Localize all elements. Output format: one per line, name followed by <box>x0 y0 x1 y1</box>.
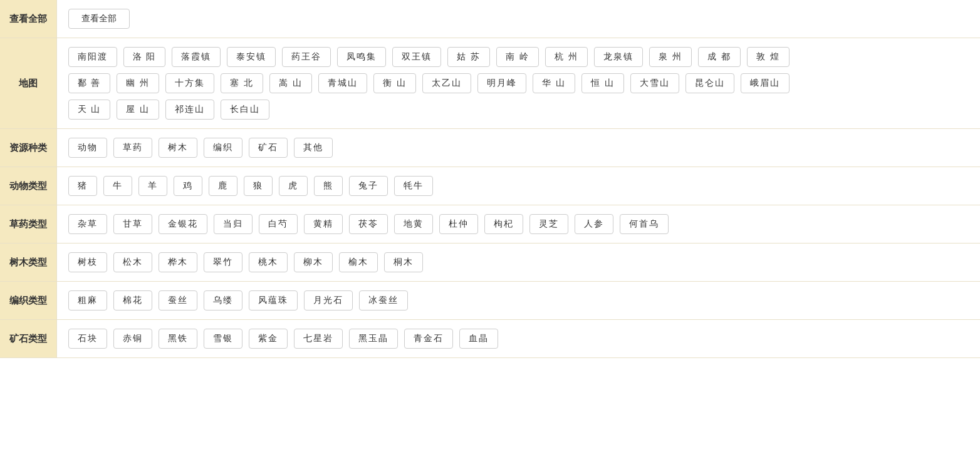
tag-tree-type-6[interactable]: 榆木 <box>339 252 378 272</box>
content-ore-type: 石块赤铜黑铁雪银紫金七星岩黑玉晶青金石血晶 <box>56 320 980 358</box>
tag-map-0-10[interactable]: 龙泉镇 <box>594 47 643 67</box>
tag-herb-type-4[interactable]: 白芍 <box>259 214 298 234</box>
tag-ore-type-6[interactable]: 黑玉晶 <box>349 329 398 349</box>
tag-map-1-10[interactable]: 恒 山 <box>581 73 624 93</box>
tag-map-1-3[interactable]: 塞 北 <box>221 73 263 93</box>
tag-map-0-6[interactable]: 双王镇 <box>392 47 441 67</box>
tag-animal-type-9[interactable]: 牦牛 <box>394 176 433 196</box>
tag-tree-type-0[interactable]: 树枝 <box>68 252 107 272</box>
tag-ore-type-0[interactable]: 石块 <box>68 329 107 349</box>
tag-map-1-4[interactable]: 嵩 山 <box>269 73 312 93</box>
tag-ore-type-1[interactable]: 赤铜 <box>113 329 152 349</box>
tag-map-0-11[interactable]: 泉 州 <box>649 47 692 67</box>
tag-herb-type-2[interactable]: 金银花 <box>159 214 207 234</box>
tag-ore-type-3[interactable]: 雪银 <box>204 329 242 349</box>
tag-resource-type-5[interactable]: 其他 <box>294 138 333 158</box>
tag-animal-type-1[interactable]: 牛 <box>103 176 132 196</box>
tag-herb-type-11[interactable]: 人参 <box>575 214 613 234</box>
tag-map-0-1[interactable]: 洛 阳 <box>123 47 166 67</box>
tag-weaving-type-3[interactable]: 乌缕 <box>204 290 242 310</box>
tag-tree-type-4[interactable]: 桃木 <box>249 252 288 272</box>
tag-weaving-type-4[interactable]: 风蕴珠 <box>249 290 298 310</box>
tag-herb-type-6[interactable]: 茯苓 <box>349 214 388 234</box>
tag-group-weaving-type: 粗麻棉花蚕丝乌缕风蕴珠月光石冰蚕丝 <box>68 290 969 310</box>
tag-tree-type-2[interactable]: 桦木 <box>159 252 197 272</box>
tag-tree-type-3[interactable]: 翠竹 <box>204 252 242 272</box>
tag-herb-type-10[interactable]: 灵芝 <box>529 214 568 234</box>
tag-weaving-type-5[interactable]: 月光石 <box>304 290 353 310</box>
tag-map-1-6[interactable]: 衡 山 <box>373 73 416 93</box>
row-map: 地图南阳渡洛 阳落霞镇泰安镇药王谷凤鸣集双王镇姑 苏南 岭杭 州龙泉镇泉 州成 … <box>0 38 980 129</box>
tag-map-0-4[interactable]: 药王谷 <box>282 47 331 67</box>
tag-map-2-2[interactable]: 祁连山 <box>165 100 214 120</box>
tag-view-all-0[interactable]: 查看全部 <box>68 9 130 29</box>
tag-herb-type-8[interactable]: 杜仲 <box>439 214 478 234</box>
tag-resource-type-3[interactable]: 编织 <box>204 138 242 158</box>
tag-animal-type-2[interactable]: 羊 <box>138 176 167 196</box>
tag-map-2-0[interactable]: 天 山 <box>68 100 111 120</box>
tag-ore-type-7[interactable]: 青金石 <box>404 329 453 349</box>
label-resource-type: 资源种类 <box>0 129 56 167</box>
tag-animal-type-4[interactable]: 鹿 <box>209 176 237 196</box>
tag-group-tree-type: 树枝松木桦木翠竹桃木柳木榆木桐木 <box>68 252 969 272</box>
tag-map-0-13[interactable]: 敦 煌 <box>747 47 790 67</box>
tag-map-1-11[interactable]: 大雪山 <box>630 73 679 93</box>
content-view-all: 查看全部 <box>56 0 980 38</box>
tag-map-1-0[interactable]: 鄱 善 <box>68 73 111 93</box>
tag-map-0-5[interactable]: 凤鸣集 <box>337 47 386 67</box>
tag-tree-type-5[interactable]: 柳木 <box>294 252 333 272</box>
tag-map-0-0[interactable]: 南阳渡 <box>68 47 117 67</box>
tag-group-ore-type: 石块赤铜黑铁雪银紫金七星岩黑玉晶青金石血晶 <box>68 329 969 349</box>
tag-map-1-7[interactable]: 太乙山 <box>422 73 471 93</box>
tag-ore-type-5[interactable]: 七星岩 <box>294 329 343 349</box>
tag-map-1-2[interactable]: 十方集 <box>165 73 214 93</box>
tag-map-0-9[interactable]: 杭 州 <box>545 47 588 67</box>
tag-map-1-1[interactable]: 幽 州 <box>117 73 159 93</box>
tag-weaving-type-0[interactable]: 粗麻 <box>68 290 107 310</box>
tag-map-1-12[interactable]: 昆仑山 <box>685 73 734 93</box>
tag-resource-type-2[interactable]: 树木 <box>159 138 197 158</box>
tag-ore-type-2[interactable]: 黑铁 <box>159 329 197 349</box>
tag-resource-type-0[interactable]: 动物 <box>68 138 107 158</box>
tag-map-0-12[interactable]: 成 都 <box>698 47 741 67</box>
tag-ore-type-8[interactable]: 血晶 <box>459 329 498 349</box>
tag-map-1-8[interactable]: 明月峰 <box>477 73 526 93</box>
tag-weaving-type-2[interactable]: 蚕丝 <box>159 290 197 310</box>
tag-herb-type-9[interactable]: 枸杞 <box>484 214 523 234</box>
tag-herb-type-7[interactable]: 地黄 <box>394 214 433 234</box>
content-herb-type: 杂草甘草金银花当归白芍黄精茯苓地黄杜仲枸杞灵芝人参何首乌 <box>56 205 980 244</box>
label-view-all: 查看全部 <box>0 0 56 38</box>
tag-map-0-7[interactable]: 姑 苏 <box>447 47 490 67</box>
tag-map-0-3[interactable]: 泰安镇 <box>227 47 276 67</box>
tag-animal-type-5[interactable]: 狼 <box>244 176 273 196</box>
row-tree-type: 树木类型树枝松木桦木翠竹桃木柳木榆木桐木 <box>0 244 980 282</box>
tag-map-1-13[interactable]: 峨眉山 <box>741 73 790 93</box>
row-herb-type: 草药类型杂草甘草金银花当归白芍黄精茯苓地黄杜仲枸杞灵芝人参何首乌 <box>0 205 980 244</box>
tag-animal-type-7[interactable]: 熊 <box>314 176 343 196</box>
tag-herb-type-0[interactable]: 杂草 <box>68 214 107 234</box>
tag-map-2-1[interactable]: 屋 山 <box>117 100 159 120</box>
tag-group-view-all: 查看全部 <box>68 9 969 29</box>
tag-resource-type-1[interactable]: 草药 <box>113 138 152 158</box>
tag-herb-type-1[interactable]: 甘草 <box>113 214 152 234</box>
tag-map-0-8[interactable]: 南 岭 <box>496 47 539 67</box>
tag-map-1-5[interactable]: 青城山 <box>318 73 367 93</box>
tag-tree-type-7[interactable]: 桐木 <box>384 252 423 272</box>
tag-animal-type-6[interactable]: 虎 <box>279 176 308 196</box>
tag-map-1-9[interactable]: 华 山 <box>533 73 575 93</box>
tag-weaving-type-1[interactable]: 棉花 <box>113 290 152 310</box>
tag-ore-type-4[interactable]: 紫金 <box>249 329 288 349</box>
tag-herb-type-3[interactable]: 当归 <box>214 214 253 234</box>
row-resource-type: 资源种类动物草药树木编织矿石其他 <box>0 129 980 167</box>
map-content: 南阳渡洛 阳落霞镇泰安镇药王谷凤鸣集双王镇姑 苏南 岭杭 州龙泉镇泉 州成 都敦… <box>68 47 969 120</box>
tag-resource-type-4[interactable]: 矿石 <box>249 138 288 158</box>
tag-tree-type-1[interactable]: 松木 <box>113 252 152 272</box>
tag-animal-type-0[interactable]: 猪 <box>68 176 97 196</box>
tag-weaving-type-6[interactable]: 冰蚕丝 <box>359 290 408 310</box>
tag-animal-type-3[interactable]: 鸡 <box>174 176 202 196</box>
tag-animal-type-8[interactable]: 兔子 <box>349 176 388 196</box>
tag-herb-type-5[interactable]: 黄精 <box>304 214 343 234</box>
tag-map-2-3[interactable]: 长白山 <box>221 100 269 120</box>
tag-map-0-2[interactable]: 落霞镇 <box>172 47 221 67</box>
tag-herb-type-12[interactable]: 何首乌 <box>620 214 669 234</box>
